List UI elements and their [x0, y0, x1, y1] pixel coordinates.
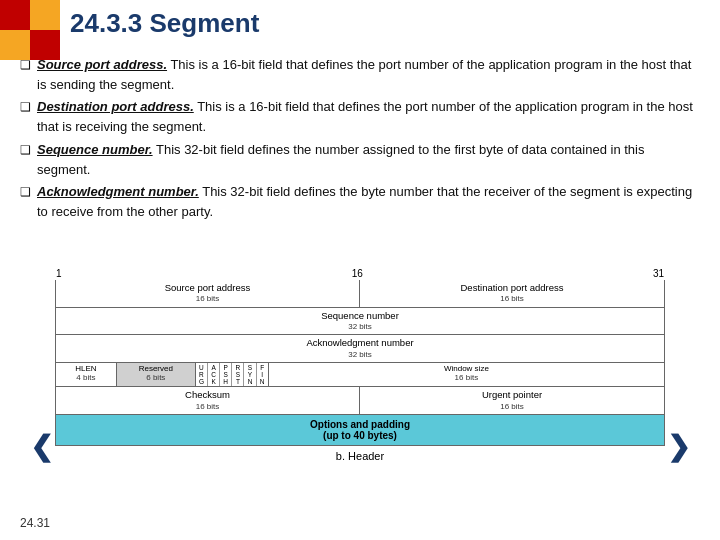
- cell-ack-label: Acknowledgment number: [57, 337, 663, 349]
- cell-seq-label: Sequence number: [57, 310, 663, 322]
- label-source-port: Source port address.: [37, 57, 167, 72]
- diagram-row-checksum: Checksum 16 bits Urgent pointer 16 bits: [55, 387, 665, 415]
- bullet-seq-text: Sequence number. This 32-bit field defin…: [37, 140, 700, 180]
- flag-psh: P S H: [220, 363, 232, 386]
- cell-source-port-label: Source port address: [57, 282, 358, 294]
- next-arrow[interactable]: ❯: [667, 430, 690, 463]
- cell-dest-port-sub: 16 bits: [361, 294, 663, 304]
- cell-checksum: Checksum 16 bits: [56, 387, 360, 414]
- bullet-icon-2: ❑: [20, 98, 31, 117]
- hlen-sub: 4 bits: [57, 373, 115, 382]
- cell-ack-sub: 32 bits: [57, 350, 663, 360]
- cell-ack-num: Acknowledgment number 32 bits: [56, 335, 664, 362]
- page-number: 24.31: [20, 516, 50, 530]
- prev-arrow[interactable]: ❮: [30, 430, 53, 463]
- diagram-row-options: Options and padding (up to 40 bytes): [55, 415, 665, 446]
- flag-rst: R S T: [232, 363, 244, 386]
- bullet-dest-port: ❑ Destination port address. This is a 16…: [20, 97, 700, 137]
- diagram-top-labels: 1 16 31: [55, 268, 665, 279]
- cell-urgent: Urgent pointer 16 bits: [360, 387, 664, 414]
- page-title: 24.3.3 Segment: [70, 8, 259, 39]
- content-area: ❑ Source port address. This is a 16-bit …: [20, 55, 700, 224]
- cell-flags-bits: U R G A C K P S H R S T S Y N F I N: [196, 363, 269, 386]
- bullet-dest-text: Destination port address. This is a 16-b…: [37, 97, 700, 137]
- bullet-icon-3: ❑: [20, 141, 31, 160]
- diagram-row-seq: Sequence number 32 bits: [55, 308, 665, 336]
- bullet-source-text: Source port address. This is a 16-bit fi…: [37, 55, 700, 95]
- flag-urg: U R G: [196, 363, 208, 386]
- cell-reserved: Reserved 6 bits: [117, 363, 196, 386]
- bullet-seq-num: ❑ Sequence number. This 32-bit field def…: [20, 140, 700, 180]
- checksum-sub: 16 bits: [57, 402, 358, 412]
- cell-seq-sub: 32 bits: [57, 322, 663, 332]
- flag-syn: S Y N: [244, 363, 256, 386]
- bullet-ack-text: Acknowledgment number. This 32-bit field…: [37, 182, 700, 222]
- cell-window-size: Window size 16 bits: [269, 363, 664, 386]
- diagram-caption: b. Header: [55, 450, 665, 462]
- cell-source-port-sub: 16 bits: [57, 294, 358, 304]
- hlen-label: HLEN: [57, 364, 115, 373]
- reserved-label: Reserved: [118, 364, 194, 373]
- diagram-row-flags: HLEN 4 bits Reserved 6 bits U R G A C K …: [55, 363, 665, 387]
- flag-ack: A C K: [208, 363, 220, 386]
- cell-dest-port: Destination port address 16 bits: [360, 280, 664, 307]
- bullet-icon-1: ❑: [20, 56, 31, 75]
- label-seq-num: Sequence number.: [37, 142, 153, 157]
- corner-decoration: [0, 0, 60, 60]
- urgent-label: Urgent pointer: [361, 389, 663, 401]
- options-sub: (up to 40 bytes): [58, 430, 662, 441]
- bullet-icon-4: ❑: [20, 183, 31, 202]
- flag-fin: F I N: [257, 363, 268, 386]
- cell-hlen: HLEN 4 bits: [56, 363, 117, 386]
- label-dest-port: Destination port address.: [37, 99, 194, 114]
- cell-source-port: Source port address 16 bits: [56, 280, 360, 307]
- label-31: 31: [653, 268, 664, 279]
- bullet-ack-num: ❑ Acknowledgment number. This 32-bit fie…: [20, 182, 700, 222]
- cell-dest-port-label: Destination port address: [361, 282, 663, 294]
- window-label: Window size: [270, 364, 663, 373]
- label-ack-num: Acknowledgment number.: [37, 184, 199, 199]
- diagram-container: 1 16 31 Source port address 16 bits Dest…: [55, 268, 665, 462]
- options-label: Options and padding: [58, 419, 662, 430]
- bullet-source-port: ❑ Source port address. This is a 16-bit …: [20, 55, 700, 95]
- diagram-row-ports: Source port address 16 bits Destination …: [55, 280, 665, 308]
- checksum-label: Checksum: [57, 389, 358, 401]
- label-16: 16: [352, 268, 363, 279]
- urgent-sub: 16 bits: [361, 402, 663, 412]
- reserved-sub: 6 bits: [118, 373, 194, 382]
- cell-seq-num: Sequence number 32 bits: [56, 308, 664, 335]
- label-1: 1: [56, 268, 62, 279]
- window-sub: 16 bits: [270, 373, 663, 382]
- diagram-row-ack: Acknowledgment number 32 bits: [55, 335, 665, 363]
